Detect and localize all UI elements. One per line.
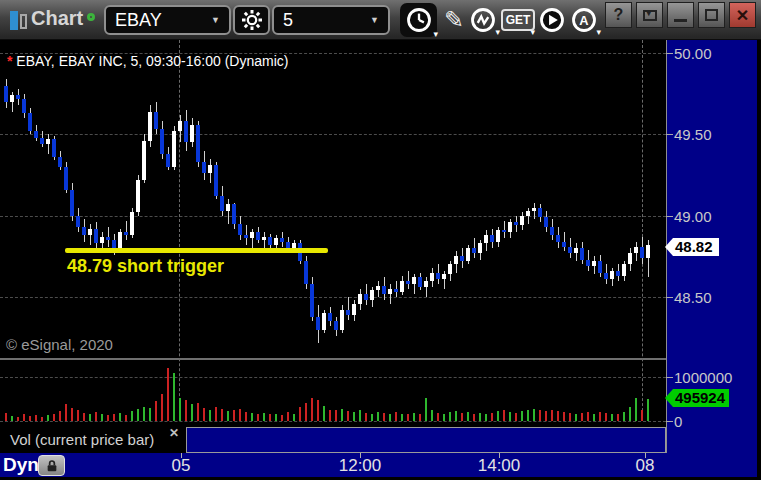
price-axis[interactable] [666, 40, 757, 477]
close-button[interactable]: ✕ [729, 2, 756, 28]
esignal-watermark: © eSignal, 2020 [6, 336, 113, 353]
interval-dropdown[interactable]: 5 ▼ [272, 5, 390, 35]
padlock-icon [44, 458, 60, 474]
chart-window: Chart EBAY ▼ 5 ▼ [0, 0, 761, 480]
last-price-tag: 48.82 [673, 238, 719, 256]
clock-icon [405, 6, 433, 34]
titlebar: Chart EBAY ▼ 5 ▼ [0, 0, 761, 40]
chevron-down-icon: ▾ [495, 27, 500, 37]
minimize-button[interactable] [667, 2, 694, 28]
a-circle-icon: A [570, 6, 598, 34]
popout-button[interactable] [636, 2, 663, 28]
connection-status-icon [87, 13, 95, 21]
interval-value: 5 [283, 10, 293, 31]
chevron-down-icon: ▼ [211, 15, 220, 25]
legend-text: EBAY, EBAY INC, 5, 09:30-16:00 (Dynamic) [12, 53, 288, 69]
trendline-icon [469, 6, 497, 34]
price-pane[interactable] [0, 40, 666, 358]
maximize-icon [705, 9, 718, 21]
auto-scale-button[interactable]: A ▾ [568, 5, 600, 35]
symbol-dropdown[interactable]: EBAY ▼ [104, 5, 231, 35]
draw-tool-button[interactable]: ✎ [438, 5, 470, 35]
pencil-icon: ✎ [444, 6, 464, 34]
maximize-button[interactable] [698, 2, 725, 28]
chevron-down-icon: ▾ [530, 27, 535, 37]
line-study-button[interactable]: ▾ [467, 5, 499, 35]
window-title: Chart [31, 7, 83, 30]
time-axis-bar [0, 453, 757, 477]
chevron-down-icon: ▼ [370, 15, 379, 25]
settings-button[interactable] [233, 5, 270, 35]
chart-legend: * EBAY, EBAY INC, 5, 09:30-16:00 (Dynami… [7, 53, 288, 69]
get-data-button[interactable]: GET ▾ [502, 5, 534, 35]
volume-close-icon[interactable]: ✕ [169, 426, 179, 440]
volume-footer-panel [186, 427, 666, 453]
volume-study-label: Vol (current price bar) [10, 431, 154, 448]
lock-button[interactable] [38, 455, 65, 476]
window-controls: ? ✕ [605, 2, 756, 28]
trigger-horizontal-line[interactable] [65, 248, 328, 253]
dynamic-mode-label[interactable]: Dyn [3, 454, 39, 476]
chevron-down-icon: ▾ [596, 27, 601, 37]
auto-letter: A [579, 13, 588, 28]
minimize-icon [674, 19, 687, 22]
time-template-button[interactable]: ▾ [400, 3, 437, 37]
symbol-value: EBAY [115, 10, 162, 31]
play-icon [538, 6, 566, 34]
pane-divider[interactable] [0, 358, 666, 360]
chart-app-icon [10, 11, 30, 31]
help-button[interactable]: ? [605, 2, 632, 28]
volume-pane[interactable] [0, 360, 666, 427]
trigger-annotation[interactable]: 48.79 short trigger [67, 256, 224, 277]
gear-icon [240, 8, 264, 32]
play-button[interactable] [536, 5, 568, 35]
popout-icon [643, 10, 657, 21]
last-volume-tag: 495924 [673, 389, 729, 407]
